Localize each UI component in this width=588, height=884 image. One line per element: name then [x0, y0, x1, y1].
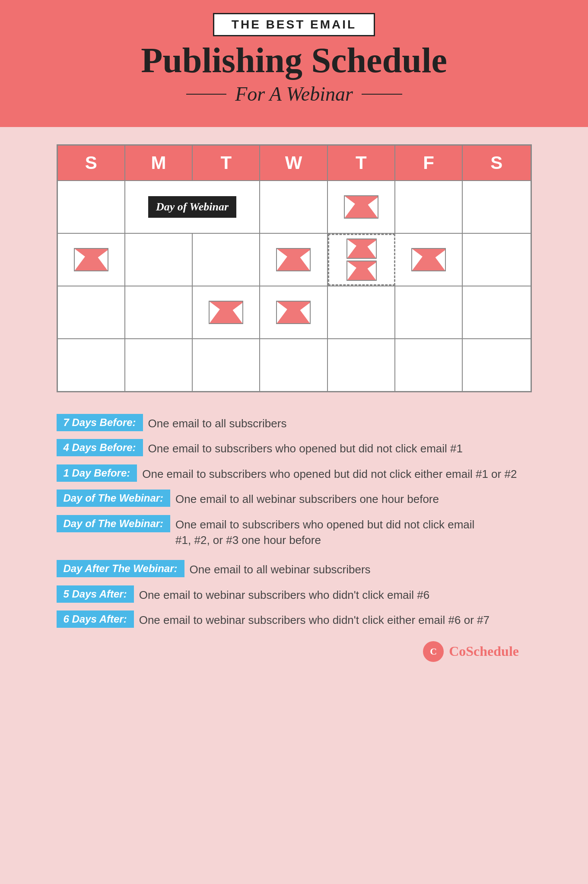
envelope-br — [225, 301, 242, 323]
envelope-br — [292, 301, 310, 323]
legend-badge-6: Day After The Webinar: — [57, 560, 184, 577]
day-w: W — [260, 146, 327, 180]
cell-r1c4 — [260, 181, 327, 233]
envelope-br — [90, 248, 108, 270]
legend-item-2: 4 Days Before: One email to subscribers … — [57, 439, 532, 456]
legend: 7 Days Before: One email to all subscrib… — [57, 414, 532, 628]
cell-r4c3 — [193, 339, 260, 391]
envelope-br — [361, 261, 376, 280]
legend-badge-4: Day of The Webinar: — [57, 490, 171, 507]
header-divider: For A Webinar — [186, 83, 402, 105]
legend-text-5: One email to subscribers who opened but … — [175, 515, 474, 548]
envelope-r3c4 — [276, 301, 311, 324]
cell-r4c6 — [395, 339, 463, 391]
legend-badge-7: 5 Days After: — [57, 585, 134, 603]
envelope-r2c6 — [411, 248, 446, 271]
envelope-body — [344, 195, 378, 219]
envelope-br — [360, 195, 378, 218]
calendar-row-4 — [58, 338, 531, 391]
envelope-body — [346, 238, 377, 259]
cell-r4c1 — [58, 339, 125, 391]
day-t1: T — [193, 146, 260, 180]
cell-r3c6 — [395, 286, 463, 338]
cell-r4c4 — [260, 339, 327, 391]
legend-item-6: Day After The Webinar: One email to all … — [57, 560, 532, 577]
cell-r3c3-envelope — [193, 286, 260, 338]
envelope-bl — [347, 238, 362, 258]
cell-r2c6-envelope — [395, 234, 463, 286]
envelope-bl — [277, 248, 294, 270]
envelope-br — [428, 248, 445, 270]
envelope-stack — [346, 238, 377, 281]
cell-r2c5-double-envelope — [328, 234, 395, 286]
header-badge-text: THE BEST EMAIL — [232, 18, 356, 31]
logo-text: CoSchedule — [449, 643, 519, 659]
legend-badge-5: Day of The Webinar: — [57, 515, 171, 532]
envelope-br — [292, 248, 310, 270]
webinar-label: Day of Webinar — [148, 196, 236, 218]
header-badge: THE BEST EMAIL — [213, 13, 375, 36]
cell-r3c2 — [125, 286, 193, 338]
envelope-bl — [277, 301, 294, 323]
legend-badge-1: 7 Days Before: — [57, 414, 143, 431]
envelope-bl — [345, 195, 362, 218]
cell-r1c6 — [395, 181, 463, 233]
day-f: F — [395, 146, 463, 180]
calendar-header: S M T W T F S — [58, 146, 531, 180]
legend-item-1: 7 Days Before: One email to all subscrib… — [57, 414, 532, 431]
header-title: Publishing Schedule — [141, 43, 447, 78]
envelope-bl — [347, 261, 362, 280]
envelope-body — [411, 248, 446, 271]
envelope-bl — [75, 248, 92, 270]
legend-badge-2: 4 Days Before: — [57, 439, 143, 456]
logo: C CoSchedule — [423, 641, 519, 662]
cell-r4c2 — [125, 339, 193, 391]
day-s2: S — [463, 146, 530, 180]
cell-r1c5-envelope — [328, 181, 395, 233]
envelope-body — [276, 301, 311, 324]
legend-badge-3: 1 Day Before: — [57, 464, 137, 482]
calendar-row-3 — [58, 286, 531, 338]
calendar: S M T W T F S Day of Webinar — [57, 144, 532, 392]
cell-r1c7 — [463, 181, 530, 233]
envelope-r2c4 — [276, 248, 311, 271]
legend-item-3: 1 Day Before: One email to subscribers w… — [57, 464, 532, 482]
envelope-body — [74, 248, 108, 271]
cell-r3c5 — [328, 286, 395, 338]
legend-text-1: One email to all subscribers — [148, 414, 287, 431]
envelope-br — [361, 238, 376, 258]
envelope-r1c5 — [344, 195, 378, 219]
day-m: M — [125, 146, 193, 180]
legend-text-7: One email to webinar subscribers who did… — [139, 585, 430, 603]
cell-r3c4-envelope — [260, 286, 327, 338]
envelope-bl — [210, 301, 227, 323]
legend-item-8: 6 Days After: One email to webinar subsc… — [57, 611, 532, 628]
envelope-bl — [412, 248, 429, 270]
calendar-row-2 — [58, 233, 531, 286]
legend-text-4: One email to all webinar subscribers one… — [175, 490, 439, 507]
legend-item-7: 5 Days After: One email to webinar subsc… — [57, 585, 532, 603]
header-subtitle: For A Webinar — [235, 83, 353, 105]
calendar-row-1: Day of Webinar — [58, 180, 531, 233]
divider-line-left — [186, 94, 227, 95]
day-t2: T — [328, 146, 395, 180]
divider-line-right — [362, 94, 402, 95]
cell-r2c2 — [125, 234, 193, 286]
logo-icon: C — [423, 641, 444, 662]
cell-r2c3 — [193, 234, 260, 286]
page-header: THE BEST EMAIL Publishing Schedule For A… — [0, 0, 588, 127]
envelope-body — [276, 248, 311, 271]
cell-r2c1-envelope — [58, 234, 125, 286]
cell-r3c7 — [463, 286, 530, 338]
calendar-body: Day of Webinar — [58, 180, 531, 391]
legend-item-4: Day of The Webinar: One email to all web… — [57, 490, 532, 507]
legend-text-6: One email to all webinar subscribers — [190, 560, 371, 577]
envelope-body — [209, 301, 243, 324]
legend-text-2: One email to subscribers who opened but … — [148, 439, 463, 456]
legend-text-3: One email to subscribers who opened but … — [142, 464, 517, 482]
cell-r3c1 — [58, 286, 125, 338]
envelope-stack-top — [346, 238, 377, 259]
day-s1: S — [58, 146, 125, 180]
cell-webinar-label: Day of Webinar — [125, 181, 261, 233]
envelope-body — [346, 261, 377, 281]
